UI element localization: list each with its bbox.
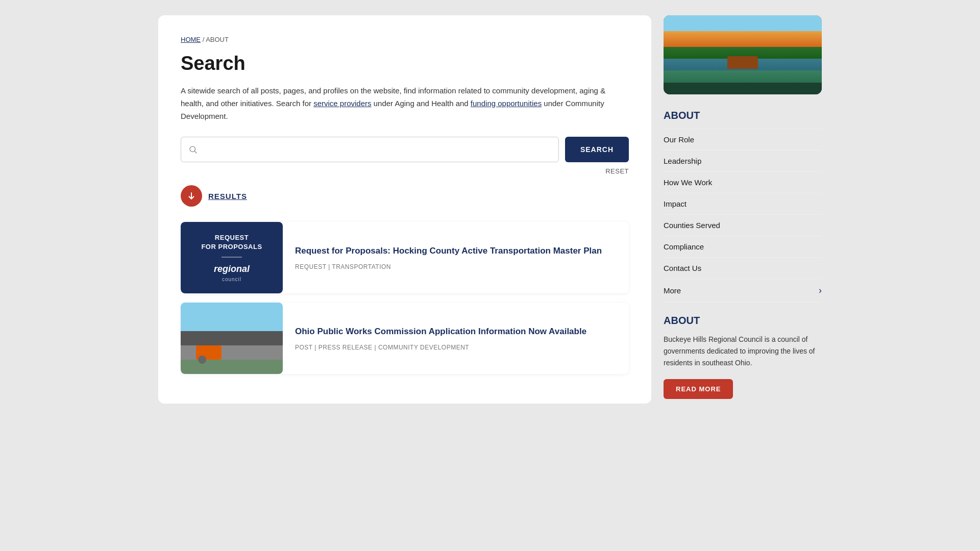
nav-link-our-role[interactable]: Our Role — [664, 129, 822, 150]
nav-label-compliance: Compliance — [664, 242, 704, 251]
thumb-divider — [222, 257, 242, 258]
nav-label-our-role: Our Role — [664, 135, 694, 144]
nav-item-how-we-work: How We Work — [664, 172, 822, 193]
nav-link-counties-served[interactable]: Counties Served — [664, 215, 822, 236]
description-text-2: under Aging and Health and — [372, 99, 471, 108]
road-roller-shape — [196, 345, 222, 360]
autumn-scene — [664, 15, 822, 94]
result-card-2: Ohio Public Works Commission Application… — [181, 303, 629, 374]
arrow-down-icon — [186, 191, 197, 201]
result-info-2: Ohio Public Works Commission Application… — [295, 303, 629, 374]
nav-item-our-role: Our Role — [664, 129, 822, 151]
result-info-1: Request for Proposals: Hocking County Ac… — [295, 222, 629, 293]
nav-link-leadership[interactable]: Leadership — [664, 151, 822, 171]
nav-label-contact-us: Contact Us — [664, 264, 701, 272]
result-meta-2: POST | PRESS RELEASE | COMMUNITY DEVELOP… — [295, 344, 621, 351]
result-meta-1: REQUEST | TRANSPORTATION — [295, 263, 621, 270]
nav-link-how-we-work[interactable]: How We Work — [664, 172, 822, 193]
nav-item-leadership: Leadership — [664, 151, 822, 172]
nav-label-how-we-work: How We Work — [664, 178, 712, 187]
nav-label-more: More — [664, 286, 681, 295]
funding-link[interactable]: funding opportunities — [471, 99, 542, 108]
nav-link-contact-us[interactable]: Contact Us — [664, 258, 822, 279]
sidebar-about-title: ABOUT — [664, 110, 822, 121]
results-label: RESULTS — [181, 185, 629, 207]
service-providers-link[interactable]: service providers — [313, 99, 371, 108]
breadcrumb-separator: / — [203, 36, 205, 43]
nav-item-compliance: Compliance — [664, 236, 822, 258]
breadcrumb: HOME / ABOUT — [181, 36, 629, 43]
nav-link-more[interactable]: More › — [664, 279, 822, 302]
nav-label-impact: Impact — [664, 199, 687, 208]
chevron-right-icon: › — [819, 285, 822, 296]
about-blurb-text: Buckeye Hills Regional Council is a coun… — [664, 334, 822, 369]
page-layout: HOME / ABOUT Search A sitewide search of… — [158, 15, 822, 536]
breadcrumb-about: ABOUT — [206, 36, 229, 43]
reset-link[interactable]: RESET — [181, 167, 629, 175]
svg-point-0 — [190, 146, 195, 152]
page-title: Search — [181, 53, 629, 74]
result-thumb-dark-1: REQUESTFOR PROPOSALS regional council — [181, 222, 283, 293]
nav-link-impact[interactable]: Impact — [664, 193, 822, 214]
result-thumb-1: REQUESTFOR PROPOSALS regional council — [181, 222, 283, 293]
nav-label-counties-served: Counties Served — [664, 221, 720, 230]
nav-item-contact-us: Contact Us — [664, 258, 822, 279]
nav-label-leadership: Leadership — [664, 157, 701, 165]
search-input-wrap — [181, 137, 559, 162]
result-title-2[interactable]: Ohio Public Works Commission Application… — [295, 325, 621, 338]
search-input[interactable] — [202, 145, 551, 154]
read-more-button[interactable]: READ MORE — [664, 379, 733, 399]
nav-link-compliance[interactable]: Compliance — [664, 236, 822, 257]
result-thumb-2 — [181, 303, 283, 374]
result-title-1[interactable]: Request for Proposals: Hocking County Ac… — [295, 245, 621, 257]
bridge-shape — [727, 56, 758, 69]
main-content-panel: HOME / ABOUT Search A sitewide search of… — [158, 15, 651, 404]
svg-line-1 — [194, 152, 197, 154]
thumb-logo-text: regional — [214, 264, 250, 274]
page-description: A sitewide search of all posts, pages, a… — [181, 85, 629, 122]
about-sidebar-section: ABOUT Our Role Leadership How We Work — [664, 110, 822, 303]
search-icon — [188, 145, 198, 154]
nav-item-counties-served: Counties Served — [664, 215, 822, 236]
breadcrumb-home[interactable]: HOME — [181, 36, 201, 43]
search-button[interactable]: SEARCH — [565, 137, 629, 162]
nav-item-impact: Impact — [664, 193, 822, 215]
sidebar-nav-list: Our Role Leadership How We Work Impact — [664, 129, 822, 303]
result-card-1: REQUESTFOR PROPOSALS regional council Re… — [181, 222, 629, 293]
nav-item-more: More › — [664, 279, 822, 303]
sidebar-hero-image — [664, 15, 822, 94]
road-scene-image — [181, 303, 283, 374]
about-blurb-section: ABOUT Buckeye Hills Regional Council is … — [664, 315, 822, 399]
thumb-proposal-title: REQUESTFOR PROPOSALS — [201, 233, 262, 252]
thumb-logo-sub: council — [222, 277, 241, 282]
about-blurb-title: ABOUT — [664, 315, 822, 327]
search-row: SEARCH — [181, 137, 629, 162]
sidebar: ABOUT Our Role Leadership How We Work — [664, 15, 822, 399]
results-text[interactable]: RESULTS — [208, 192, 247, 201]
results-icon — [181, 185, 202, 207]
